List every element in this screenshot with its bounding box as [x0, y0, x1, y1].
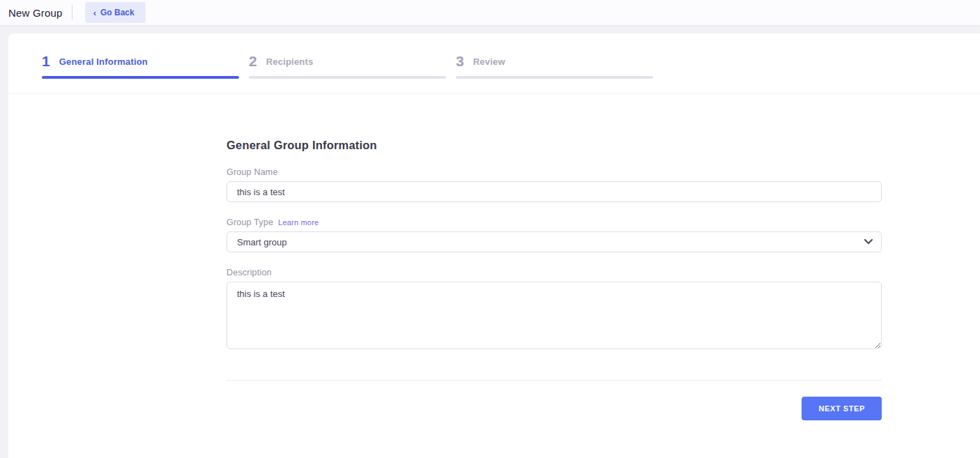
step-progress-bar — [456, 76, 653, 79]
step-general-information[interactable]: 1 General Information — [42, 52, 239, 79]
next-step-button[interactable]: NEXT STEP — [802, 397, 882, 420]
header-divider — [72, 5, 72, 20]
learn-more-link[interactable]: Learn more — [278, 218, 319, 227]
step-progress-bar — [249, 76, 446, 79]
group-type-label: Group Type Learn more — [227, 217, 882, 227]
group-type-select[interactable]: Smart group — [227, 231, 882, 252]
group-name-label: Group Name — [227, 167, 882, 177]
wizard-stepper: 1 General Information 2 Recipients 3 Rev… — [8, 33, 980, 79]
form-actions: NEXT STEP — [227, 397, 882, 420]
general-information-form: General Group Information Group Name Gro… — [227, 94, 882, 420]
chevron-down-icon — [864, 239, 873, 245]
top-header-bar: New Group ‹ Go Back — [0, 0, 980, 25]
step-recipients[interactable]: 2 Recipients — [249, 52, 446, 79]
group-name-input[interactable] — [227, 181, 882, 202]
form-divider — [227, 380, 882, 381]
step-number: 2 — [249, 54, 257, 68]
form-heading: General Group Information — [227, 139, 882, 152]
description-label: Description — [227, 268, 882, 277]
step-label: Review — [473, 54, 505, 67]
description-textarea[interactable]: this is a test — [227, 282, 882, 349]
group-type-selected-value: Smart group — [237, 237, 287, 247]
go-back-label: Go Back — [100, 8, 135, 17]
page-title: New Group — [8, 7, 63, 19]
step-number: 1 — [42, 54, 50, 68]
step-number: 3 — [456, 54, 464, 68]
step-label: General Information — [59, 54, 148, 67]
content-card: 1 General Information 2 Recipients 3 Rev… — [8, 33, 980, 458]
step-review[interactable]: 3 Review — [456, 52, 653, 79]
step-label: Recipients — [266, 54, 314, 67]
step-progress-bar — [42, 76, 239, 79]
chevron-left-icon: ‹ — [93, 8, 96, 17]
go-back-button[interactable]: ‹ Go Back — [85, 2, 146, 23]
